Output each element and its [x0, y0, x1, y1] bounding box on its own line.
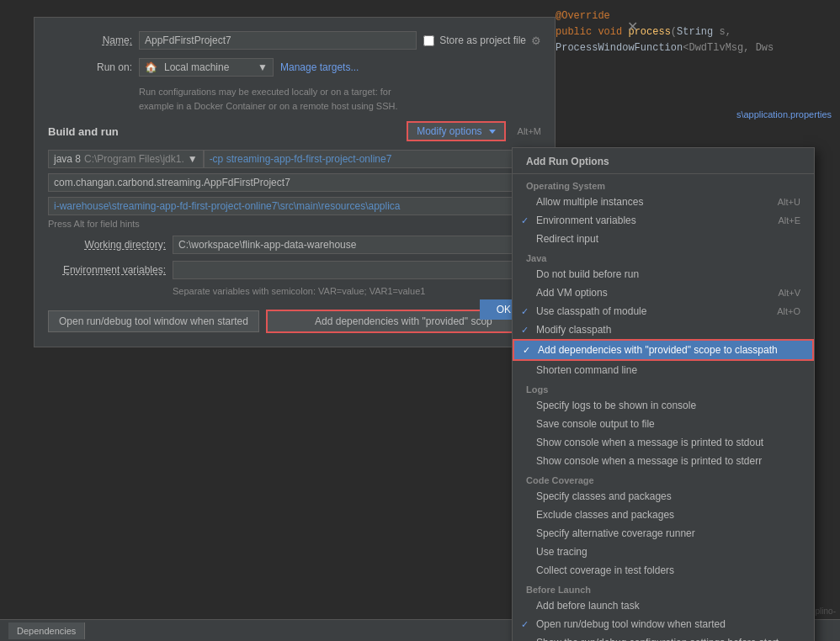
- coverage-2-label: Exclude classes and packages: [536, 509, 674, 521]
- coverage-section: Code Coverage: [513, 470, 814, 487]
- coverage-4-label: Use tracing: [536, 546, 587, 558]
- add-deps-menu-label: Add dependencies with "provided" scope t…: [538, 344, 778, 356]
- logs-3-label: Show console when a message is printed t…: [536, 437, 763, 448]
- env-vars-input[interactable]: [173, 261, 541, 279]
- name-row: Name: Store as project file ⚙: [48, 31, 541, 50]
- coverage-1-item[interactable]: Specify classes and packages: [513, 487, 814, 506]
- allow-multiple-item[interactable]: Allow multiple instances Alt+U: [513, 193, 814, 211]
- cp-field[interactable]: -cp streaming-app-fd-first-project-onlin…: [204, 150, 541, 168]
- build-run-title: Build and run: [48, 125, 119, 138]
- press-alt-hint: Press Alt for field hints: [48, 219, 541, 229]
- redirect-input-item[interactable]: Redirect input: [513, 230, 814, 248]
- logs-2-item[interactable]: Save console output to file: [513, 415, 814, 433]
- env-vars-label: Environment variables:: [48, 264, 166, 276]
- gear-icon[interactable]: ⚙: [531, 34, 541, 47]
- no-build-item[interactable]: Do not build before run: [513, 265, 814, 283]
- modify-options-label: Modify options: [417, 125, 481, 137]
- build-run-header: Build and run Modify options Alt+M: [48, 121, 541, 141]
- main-class-field[interactable]: com.changan.carbond.streaming.AppFdFirst…: [48, 173, 541, 192]
- modify-options-button[interactable]: Modify options: [407, 121, 505, 141]
- manage-targets-link[interactable]: Manage targets...: [280, 61, 359, 73]
- store-checkbox-row: Store as project file ⚙: [423, 34, 541, 47]
- open-debug-button[interactable]: Open run/debug tool window when started: [48, 310, 259, 332]
- bottom-buttons: Open run/debug tool window when started …: [48, 310, 541, 333]
- before-1-label: Add before launch task: [536, 600, 640, 612]
- local-machine-text: Local machine: [164, 61, 229, 73]
- env-vars-hint: Separate variables with semicolon: VAR=v…: [173, 286, 541, 296]
- coverage-3-item[interactable]: Specify alternative coverage runner: [513, 524, 814, 543]
- store-label: Store as project file: [439, 34, 526, 46]
- no-build-label: Do not build before run: [536, 268, 639, 280]
- app-properties-path: s\application.properties: [736, 109, 832, 119]
- logs-1-label: Specify logs to be shown in console: [536, 400, 696, 411]
- operating-system-section: Operating System: [513, 176, 814, 193]
- coverage-3-label: Specify alternative coverage runner: [536, 527, 695, 539]
- coverage-5-label: Collect coverage in test folders: [536, 564, 674, 576]
- env-variables-item[interactable]: Environment variables Alt+E: [513, 211, 814, 230]
- env-variables-shortcut: Alt+E: [778, 215, 800, 225]
- code-line-1: @Override: [556, 8, 832, 24]
- env-variables-label: Environment variables: [536, 215, 636, 226]
- before-2-item[interactable]: Open run/debug tool window when started: [513, 615, 814, 633]
- shorten-command-label: Shorten command line: [536, 364, 637, 376]
- add-vm-item[interactable]: Add VM options Alt+V: [513, 283, 814, 302]
- run-on-select[interactable]: 🏠 Local machine ▼: [139, 58, 274, 77]
- shorten-command-item[interactable]: Shorten command line: [513, 361, 814, 379]
- logs-4-item[interactable]: Show console when a message is printed t…: [513, 452, 814, 470]
- redirect-input-label: Redirect input: [536, 233, 598, 245]
- coverage-5-item[interactable]: Collect coverage in test folders: [513, 561, 814, 580]
- run-configuration-dialog: Name: Store as project file ⚙ Run on: 🏠 …: [34, 17, 556, 347]
- logs-3-item[interactable]: Show console when a message is printed t…: [513, 433, 814, 452]
- working-dir-label: Working directory:: [48, 239, 166, 251]
- modify-options-arrow-icon: [489, 130, 496, 134]
- before-2-label: Open run/debug tool window when started: [536, 618, 726, 630]
- logs-2-label: Save console output to file: [536, 418, 655, 430]
- working-dir-input[interactable]: [173, 236, 541, 254]
- dependencies-tab[interactable]: Dependencies: [8, 622, 85, 639]
- coverage-1-label: Specify classes and packages: [536, 490, 672, 502]
- java-path: C:\Program Files\jdk1.: [84, 153, 184, 165]
- code-line-2: public void process(String s, ProcessWin…: [556, 24, 832, 56]
- logs-4-label: Show console when a message is printed t…: [536, 455, 762, 467]
- run-config-hint: Run configurations may be executed local…: [139, 85, 541, 113]
- working-dir-row: Working directory:: [48, 236, 541, 254]
- coverage-2-item[interactable]: Exclude classes and packages: [513, 506, 814, 524]
- modify-shortcut-hint: Alt+M: [518, 126, 541, 136]
- url-classpath-field[interactable]: i-warehouse\streaming-app-fd-first-proje…: [48, 197, 541, 215]
- use-classpath-shortcut: Alt+O: [777, 306, 800, 316]
- dropdown-arrow-icon: ▼: [258, 61, 268, 73]
- add-vm-label: Add VM options: [536, 287, 608, 299]
- java-sdk-label: java 8: [54, 153, 81, 165]
- menu-divider-1: [513, 173, 814, 174]
- name-label: Name:: [48, 34, 132, 46]
- allow-multiple-label: Allow multiple instances: [536, 196, 643, 208]
- logs-section: Logs: [513, 379, 814, 396]
- store-checkbox[interactable]: [423, 35, 434, 46]
- add-vm-shortcut: Alt+V: [778, 288, 800, 298]
- before-launch-section: Before Launch: [513, 580, 814, 596]
- java-sdk-row: java 8 C:\Program Files\jdk1. ▼ -cp stre…: [48, 150, 541, 168]
- add-deps-menu-item[interactable]: Add dependencies with "provided" scope t…: [513, 339, 814, 361]
- logs-1-item[interactable]: Specify logs to be shown in console: [513, 396, 814, 415]
- before-1-item[interactable]: Add before launch task: [513, 596, 814, 615]
- before-3-label: Show the run/debug configuration setting…: [536, 637, 779, 641]
- java-sdk-select[interactable]: java 8 C:\Program Files\jdk1. ▼: [48, 150, 204, 168]
- run-on-row: Run on: 🏠 Local machine ▼ Manage targets…: [48, 58, 541, 77]
- home-icon: 🏠: [145, 61, 157, 73]
- modify-classpath-item[interactable]: Modify classpath: [513, 320, 814, 339]
- code-editor-content: @Override public void process(String s, …: [556, 8, 832, 57]
- allow-multiple-shortcut: Alt+U: [778, 197, 800, 207]
- modify-options-dropdown: Add Run Options Operating System Allow m…: [512, 147, 815, 641]
- coverage-4-item[interactable]: Use tracing: [513, 543, 814, 561]
- add-run-options-item[interactable]: Add Run Options: [513, 151, 814, 172]
- java-dropdown-icon: ▼: [188, 153, 198, 165]
- before-3-item[interactable]: Show the run/debug configuration setting…: [513, 633, 814, 641]
- java-section: Java: [513, 248, 814, 265]
- name-input[interactable]: [139, 31, 417, 50]
- modify-classpath-label: Modify classpath: [536, 324, 611, 336]
- use-classpath-item[interactable]: Use classpath of module Alt+O: [513, 302, 814, 320]
- run-on-label: Run on:: [48, 61, 132, 73]
- use-classpath-label: Use classpath of module: [536, 305, 646, 317]
- dialog-close-button[interactable]: ✕: [627, 19, 638, 34]
- env-vars-row: Environment variables:: [48, 261, 541, 279]
